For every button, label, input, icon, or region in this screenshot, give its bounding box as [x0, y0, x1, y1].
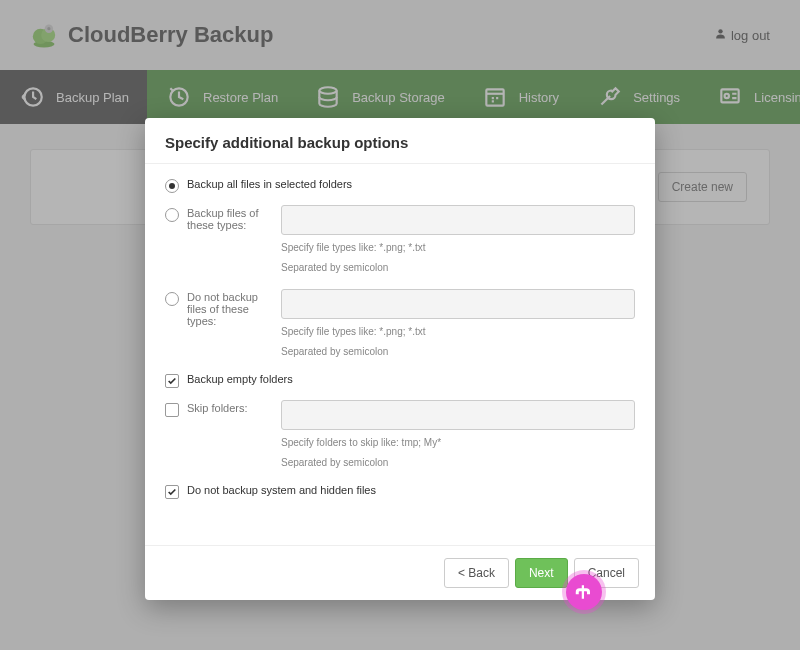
- checkbox-icon[interactable]: [165, 403, 179, 417]
- option-exclude-types: Do not backup files of these types: Spec…: [165, 289, 635, 359]
- exclude-types-input[interactable]: [281, 289, 635, 319]
- cancel-button[interactable]: Cancel: [574, 558, 639, 588]
- option-include-types: Backup files of these types: Specify fil…: [165, 205, 635, 275]
- hint-text: Specify file types like: *.png; *.txt: [281, 241, 635, 255]
- radio-icon[interactable]: [165, 292, 179, 306]
- option-label: Backup all files in selected folders: [187, 178, 352, 190]
- hint-text: Specify file types like: *.png; *.txt: [281, 325, 635, 339]
- include-types-input[interactable]: [281, 205, 635, 235]
- modal-footer: < Back Next Cancel: [145, 545, 655, 600]
- hint-text: Specify folders to skip like: tmp; My*: [281, 436, 635, 450]
- modal-title: Specify additional backup options: [145, 118, 655, 164]
- radio-icon: [165, 179, 179, 193]
- hint-text: Separated by semicolon: [281, 261, 635, 275]
- skip-folders-input[interactable]: [281, 400, 635, 430]
- modal-overlay: Specify additional backup options Backup…: [0, 0, 800, 650]
- checkbox-checked-icon: [165, 485, 179, 499]
- option-label: Backup empty folders: [187, 373, 293, 385]
- option-label: Backup files of these types:: [187, 207, 273, 231]
- option-empty-folders[interactable]: Backup empty folders: [165, 373, 635, 388]
- hint-text: Separated by semicolon: [281, 345, 635, 359]
- modal-body: Backup all files in selected folders Bac…: [145, 164, 655, 545]
- backup-options-modal: Specify additional backup options Backup…: [145, 118, 655, 600]
- option-label: Do not backup files of these types:: [187, 291, 273, 327]
- option-label: Skip folders:: [187, 402, 248, 414]
- checkbox-checked-icon: [165, 374, 179, 388]
- radio-icon[interactable]: [165, 208, 179, 222]
- back-button[interactable]: < Back: [444, 558, 509, 588]
- option-backup-all[interactable]: Backup all files in selected folders: [165, 178, 635, 193]
- option-skip-system[interactable]: Do not backup system and hidden files: [165, 484, 635, 499]
- hint-text: Separated by semicolon: [281, 456, 635, 470]
- next-button[interactable]: Next: [515, 558, 568, 588]
- option-label: Do not backup system and hidden files: [187, 484, 376, 496]
- option-skip-folders: Skip folders: Specify folders to skip li…: [165, 400, 635, 470]
